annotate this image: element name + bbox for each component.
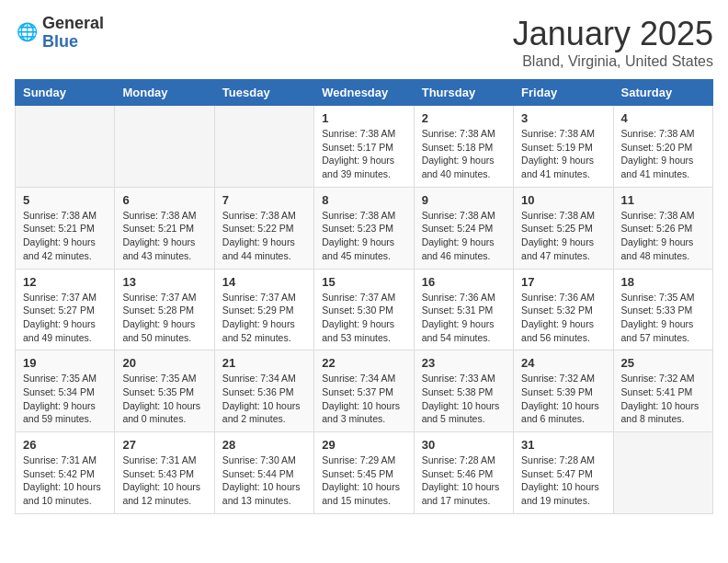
logo-general-text: General	[42, 15, 104, 33]
day-info: Sunrise: 7:35 AM Sunset: 5:35 PM Dayligh…	[122, 372, 206, 426]
calendar-cell: 10Sunrise: 7:38 AM Sunset: 5:25 PM Dayli…	[514, 187, 613, 269]
day-number: 26	[23, 438, 107, 452]
calendar-cell: 13Sunrise: 7:37 AM Sunset: 5:28 PM Dayli…	[115, 269, 214, 350]
calendar-cell: 28Sunrise: 7:30 AM Sunset: 5:44 PM Dayli…	[214, 432, 313, 514]
calendar-cell: 19Sunrise: 7:35 AM Sunset: 5:34 PM Dayli…	[16, 350, 115, 432]
day-info: Sunrise: 7:38 AM Sunset: 5:21 PM Dayligh…	[122, 209, 206, 263]
day-number: 23	[422, 356, 506, 370]
day-number: 7	[222, 193, 306, 207]
day-info: Sunrise: 7:38 AM Sunset: 5:25 PM Dayligh…	[521, 209, 605, 263]
day-info: Sunrise: 7:36 AM Sunset: 5:32 PM Dayligh…	[521, 291, 605, 345]
calendar-cell: 27Sunrise: 7:31 AM Sunset: 5:43 PM Dayli…	[115, 432, 214, 514]
calendar-cell: 8Sunrise: 7:38 AM Sunset: 5:23 PM Daylig…	[314, 187, 414, 269]
weekday-header-row: SundayMondayTuesdayWednesdayThursdayFrid…	[16, 80, 713, 106]
day-number: 22	[322, 356, 405, 370]
day-info: Sunrise: 7:38 AM Sunset: 5:17 PM Dayligh…	[322, 127, 405, 181]
logo-blue-text: Blue	[42, 33, 104, 52]
day-info: Sunrise: 7:38 AM Sunset: 5:21 PM Dayligh…	[23, 209, 107, 263]
calendar-cell	[214, 106, 313, 188]
day-info: Sunrise: 7:32 AM Sunset: 5:41 PM Dayligh…	[621, 372, 705, 426]
day-number: 11	[621, 193, 705, 207]
day-number: 19	[23, 356, 107, 370]
calendar-cell: 1Sunrise: 7:38 AM Sunset: 5:17 PM Daylig…	[314, 106, 414, 188]
day-info: Sunrise: 7:28 AM Sunset: 5:46 PM Dayligh…	[422, 454, 506, 508]
calendar-cell: 31Sunrise: 7:28 AM Sunset: 5:47 PM Dayli…	[514, 432, 613, 514]
weekday-header: Saturday	[613, 80, 712, 106]
calendar-table: SundayMondayTuesdayWednesdayThursdayFrid…	[15, 79, 713, 514]
calendar-cell: 22Sunrise: 7:34 AM Sunset: 5:37 PM Dayli…	[314, 350, 414, 432]
day-info: Sunrise: 7:37 AM Sunset: 5:29 PM Dayligh…	[222, 291, 306, 345]
day-number: 4	[621, 111, 705, 125]
location-title: Bland, Virginia, United States	[513, 53, 713, 70]
page-header: 🌐 General Blue January 2025 Bland, Virgi…	[15, 15, 713, 70]
calendar-cell	[613, 432, 712, 514]
day-info: Sunrise: 7:38 AM Sunset: 5:24 PM Dayligh…	[422, 209, 506, 263]
day-info: Sunrise: 7:38 AM Sunset: 5:23 PM Dayligh…	[322, 209, 405, 263]
day-number: 29	[322, 438, 405, 452]
day-number: 31	[521, 438, 605, 452]
calendar-cell: 4Sunrise: 7:38 AM Sunset: 5:20 PM Daylig…	[613, 106, 712, 188]
day-number: 10	[521, 193, 605, 207]
day-number: 30	[422, 438, 506, 452]
weekday-header: Friday	[514, 80, 613, 106]
day-info: Sunrise: 7:31 AM Sunset: 5:42 PM Dayligh…	[23, 454, 107, 508]
day-number: 24	[521, 356, 605, 370]
calendar-cell: 6Sunrise: 7:38 AM Sunset: 5:21 PM Daylig…	[115, 187, 214, 269]
day-info: Sunrise: 7:32 AM Sunset: 5:39 PM Dayligh…	[521, 372, 605, 426]
svg-text:🌐: 🌐	[17, 20, 39, 41]
calendar-cell: 24Sunrise: 7:32 AM Sunset: 5:39 PM Dayli…	[514, 350, 613, 432]
calendar-cell: 2Sunrise: 7:38 AM Sunset: 5:18 PM Daylig…	[414, 106, 513, 188]
weekday-header: Thursday	[414, 80, 513, 106]
day-number: 6	[122, 193, 206, 207]
month-title: January 2025	[513, 15, 713, 53]
calendar-cell: 11Sunrise: 7:38 AM Sunset: 5:26 PM Dayli…	[613, 187, 712, 269]
day-number: 14	[222, 275, 306, 289]
day-info: Sunrise: 7:33 AM Sunset: 5:38 PM Dayligh…	[422, 372, 506, 426]
day-number: 25	[621, 356, 705, 370]
calendar-cell: 16Sunrise: 7:36 AM Sunset: 5:31 PM Dayli…	[414, 269, 513, 350]
day-info: Sunrise: 7:37 AM Sunset: 5:30 PM Dayligh…	[322, 291, 405, 345]
day-info: Sunrise: 7:36 AM Sunset: 5:31 PM Dayligh…	[422, 291, 506, 345]
day-number: 9	[422, 193, 506, 207]
day-info: Sunrise: 7:31 AM Sunset: 5:43 PM Dayligh…	[122, 454, 206, 508]
day-number: 13	[122, 275, 206, 289]
calendar-cell: 9Sunrise: 7:38 AM Sunset: 5:24 PM Daylig…	[414, 187, 513, 269]
logo: 🌐 General Blue	[15, 15, 104, 52]
weekday-header: Tuesday	[214, 80, 313, 106]
calendar-cell: 12Sunrise: 7:37 AM Sunset: 5:27 PM Dayli…	[16, 269, 115, 350]
day-info: Sunrise: 7:37 AM Sunset: 5:28 PM Dayligh…	[122, 291, 206, 345]
day-info: Sunrise: 7:37 AM Sunset: 5:27 PM Dayligh…	[23, 291, 107, 345]
calendar-cell: 15Sunrise: 7:37 AM Sunset: 5:30 PM Dayli…	[314, 269, 414, 350]
calendar-cell: 25Sunrise: 7:32 AM Sunset: 5:41 PM Dayli…	[613, 350, 712, 432]
day-number: 2	[422, 111, 506, 125]
calendar-cell: 14Sunrise: 7:37 AM Sunset: 5:29 PM Dayli…	[214, 269, 313, 350]
calendar-cell: 30Sunrise: 7:28 AM Sunset: 5:46 PM Dayli…	[414, 432, 513, 514]
day-number: 21	[222, 356, 306, 370]
day-number: 27	[122, 438, 206, 452]
day-number: 16	[422, 275, 506, 289]
calendar-cell: 3Sunrise: 7:38 AM Sunset: 5:19 PM Daylig…	[514, 106, 613, 188]
day-number: 12	[23, 275, 107, 289]
calendar-cell	[115, 106, 214, 188]
weekday-header: Monday	[115, 80, 214, 106]
logo-icon: 🌐	[15, 20, 40, 46]
day-info: Sunrise: 7:38 AM Sunset: 5:19 PM Dayligh…	[521, 127, 605, 181]
day-info: Sunrise: 7:35 AM Sunset: 5:34 PM Dayligh…	[23, 372, 107, 426]
calendar-week-row: 19Sunrise: 7:35 AM Sunset: 5:34 PM Dayli…	[16, 350, 713, 432]
day-info: Sunrise: 7:29 AM Sunset: 5:45 PM Dayligh…	[322, 454, 405, 508]
day-number: 5	[23, 193, 107, 207]
day-number: 3	[521, 111, 605, 125]
calendar-cell: 17Sunrise: 7:36 AM Sunset: 5:32 PM Dayli…	[514, 269, 613, 350]
calendar-cell: 20Sunrise: 7:35 AM Sunset: 5:35 PM Dayli…	[115, 350, 214, 432]
calendar-week-row: 5Sunrise: 7:38 AM Sunset: 5:21 PM Daylig…	[16, 187, 713, 269]
calendar-cell: 5Sunrise: 7:38 AM Sunset: 5:21 PM Daylig…	[16, 187, 115, 269]
day-info: Sunrise: 7:38 AM Sunset: 5:26 PM Dayligh…	[621, 209, 705, 263]
day-info: Sunrise: 7:35 AM Sunset: 5:33 PM Dayligh…	[621, 291, 705, 345]
day-info: Sunrise: 7:38 AM Sunset: 5:22 PM Dayligh…	[222, 209, 306, 263]
day-info: Sunrise: 7:34 AM Sunset: 5:37 PM Dayligh…	[322, 372, 405, 426]
weekday-header: Sunday	[16, 80, 115, 106]
day-info: Sunrise: 7:28 AM Sunset: 5:47 PM Dayligh…	[521, 454, 605, 508]
day-number: 18	[621, 275, 705, 289]
calendar-cell: 26Sunrise: 7:31 AM Sunset: 5:42 PM Dayli…	[16, 432, 115, 514]
calendar-cell: 23Sunrise: 7:33 AM Sunset: 5:38 PM Dayli…	[414, 350, 513, 432]
